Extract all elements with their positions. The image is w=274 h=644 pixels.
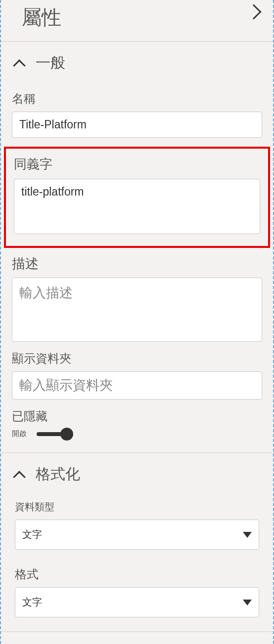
display-folder-input[interactable] bbox=[12, 371, 262, 400]
field-name: 名稱 bbox=[1, 84, 273, 138]
chevron-up-icon bbox=[13, 59, 25, 72]
section-formatting: 格式化 資料類型 文字 格式 文字 bbox=[1, 453, 273, 632]
section-formatting-header[interactable]: 格式化 bbox=[1, 453, 273, 495]
chevron-up-icon bbox=[13, 471, 25, 483]
chevron-down-icon bbox=[243, 600, 252, 605]
chevron-right-icon[interactable] bbox=[246, 4, 261, 19]
data-type-value: 文字 bbox=[22, 528, 42, 541]
format-value: 文字 bbox=[22, 596, 42, 609]
format-select[interactable]: 文字 bbox=[15, 587, 259, 617]
hidden-label: 已隱藏 bbox=[12, 408, 262, 424]
field-format: 格式 文字 bbox=[1, 562, 273, 617]
section-general-header[interactable]: 一般 bbox=[1, 42, 273, 84]
description-label: 描述 bbox=[12, 255, 262, 273]
synonym-highlight: 同義字 bbox=[4, 147, 270, 248]
properties-panel: 屬性 一般 名稱 同義字 描述 顯示資料夾 已隱藏 開啟 bbox=[0, 0, 274, 644]
display-folder-label: 顯示資料夾 bbox=[12, 351, 262, 366]
field-data-type: 資料類型 文字 bbox=[1, 495, 273, 550]
panel-header: 屬性 bbox=[1, 0, 273, 42]
hidden-state-label: 開啟 bbox=[12, 429, 27, 439]
synonym-label: 同義字 bbox=[14, 156, 260, 173]
field-display-folder: 顯示資料夾 bbox=[1, 344, 273, 400]
section-general: 一般 名稱 同義字 描述 顯示資料夾 已隱藏 開啟 bbox=[1, 42, 273, 453]
hidden-toggle[interactable] bbox=[37, 432, 71, 436]
panel-title: 屬性 bbox=[22, 4, 61, 31]
data-type-select[interactable]: 文字 bbox=[15, 520, 259, 550]
chevron-down-icon bbox=[243, 532, 252, 538]
name-input[interactable] bbox=[12, 112, 262, 138]
section-general-title: 一般 bbox=[36, 53, 65, 73]
name-label: 名稱 bbox=[12, 91, 262, 107]
data-type-label: 資料類型 bbox=[15, 500, 259, 514]
field-hidden: 已隱藏 開啟 bbox=[1, 400, 273, 439]
field-description: 描述 bbox=[1, 248, 273, 344]
format-label: 格式 bbox=[15, 566, 259, 582]
synonym-input[interactable] bbox=[14, 179, 260, 234]
toggle-knob-icon bbox=[60, 428, 73, 441]
section-formatting-title: 格式化 bbox=[36, 464, 80, 484]
description-input[interactable] bbox=[12, 278, 262, 342]
